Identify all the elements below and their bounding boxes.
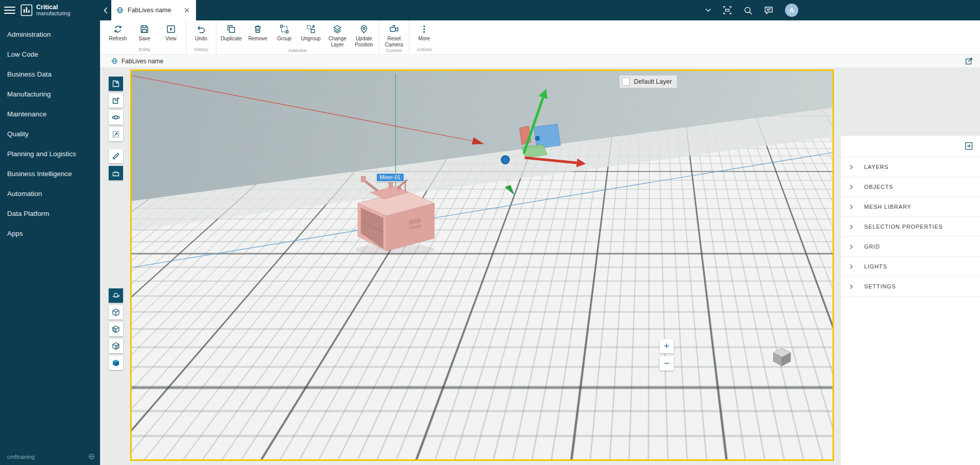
avatar[interactable]: A: [785, 4, 798, 17]
brand-subtitle: manufacturing: [36, 11, 70, 16]
mixer-model[interactable]: [355, 176, 435, 255]
update-position-icon: [359, 24, 369, 34]
change-layer-icon: [332, 24, 342, 34]
equipment-tool-button[interactable]: [109, 166, 123, 180]
caret-down-icon: [705, 8, 711, 12]
minus-icon: −: [664, 358, 669, 369]
toolbar-group-custom: Reset Camera Custom: [379, 20, 409, 54]
collapse-panel-button[interactable]: [965, 142, 973, 150]
menu-icon[interactable]: [4, 5, 15, 16]
panel-section-label: MESH LIBRARY: [864, 204, 912, 210]
main-area: Mixer-01 Default Layer + −: [100, 68, 980, 465]
sidebar-header: Critical manufacturing: [0, 0, 100, 20]
panel-section-mesh-library[interactable]: MESH LIBRARY: [841, 197, 980, 217]
group-icon: [279, 24, 289, 34]
transform-gizmo[interactable]: [501, 89, 586, 167]
panel-section-objects[interactable]: OBJECTS: [841, 177, 980, 197]
sidebar-item-apps[interactable]: Apps: [0, 224, 100, 243]
view-front-tool-button[interactable]: [109, 322, 123, 336]
globe-small-icon[interactable]: [88, 453, 95, 460]
chevron-right-icon: [849, 284, 853, 289]
default-layer-checkbox[interactable]: [622, 78, 630, 86]
view-button[interactable]: View: [158, 20, 184, 46]
panel-section-label: OBJECTS: [864, 184, 893, 190]
caret-down-button[interactable]: [705, 8, 711, 12]
toolbar-group-entity: Refresh Save View Entity: [103, 20, 186, 54]
change-layer-button[interactable]: Change Layer: [324, 20, 351, 47]
sidebar-item-data-platform[interactable]: Data Platform: [0, 204, 100, 224]
sidebar-item-quality[interactable]: Quality: [0, 124, 100, 144]
ungroup-icon: [306, 24, 316, 34]
view-iso-tool-button[interactable]: [109, 356, 123, 370]
globe-icon: [111, 58, 118, 64]
sidebar-item-business-intelligence[interactable]: Business Intelligence: [0, 164, 100, 184]
transform-tool-button[interactable]: [109, 127, 123, 141]
undo-icon: [196, 24, 206, 34]
axis-z-line: [132, 153, 832, 267]
group-button[interactable]: Group: [271, 20, 298, 47]
view-side-icon: [112, 342, 120, 350]
gizmo-center-handle[interactable]: [501, 156, 509, 164]
search-button[interactable]: [744, 6, 752, 15]
measure-tool-button[interactable]: [109, 149, 123, 163]
refresh-button[interactable]: Refresh: [105, 20, 131, 46]
right-panel-header: [841, 136, 980, 157]
sidebar-item-automation[interactable]: Automation: [0, 184, 100, 204]
more-button[interactable]: More: [411, 20, 437, 46]
floorplan-icon: [112, 80, 120, 88]
chat-button[interactable]: [764, 6, 773, 15]
remove-button[interactable]: Remove: [244, 20, 271, 47]
chevron-left-icon: [104, 7, 108, 14]
ungroup-button[interactable]: Ungroup: [298, 20, 324, 47]
add-floorplan-tool-button[interactable]: [109, 93, 123, 108]
sidebar-item-manufacturing[interactable]: Manufacturing: [0, 84, 100, 104]
reset-camera-button[interactable]: Reset Camera: [381, 20, 407, 47]
chevron-right-icon: [849, 244, 853, 250]
tab-fablives[interactable]: FabLives name: [111, 0, 196, 20]
sidebar-item-planning-and-logistics[interactable]: Planning and Logistics: [0, 144, 100, 164]
tab-back-button[interactable]: [100, 0, 111, 20]
toolbar-group-actions: More Actions: [409, 20, 439, 54]
undo-button[interactable]: Undo: [188, 20, 214, 46]
save-icon: [139, 24, 150, 34]
close-icon: [184, 8, 189, 13]
floorplan-tool-button[interactable]: [109, 77, 123, 91]
panel-section-selection-properties[interactable]: SELECTION PROPERTIES: [841, 217, 980, 237]
save-button[interactable]: Save: [131, 20, 158, 46]
panel-section-settings[interactable]: SETTINGS: [841, 277, 980, 297]
toolbar-group-label-custom: Custom: [381, 47, 407, 55]
scene-3d[interactable]: Mixer-01 Default Layer + −: [132, 71, 832, 459]
view-side-tool-button[interactable]: [109, 339, 123, 353]
rotate-view-tool-button[interactable]: [109, 288, 123, 303]
measure-icon: [112, 152, 120, 160]
sidebar-item-maintenance[interactable]: Maintenance: [0, 104, 100, 124]
search-icon: [744, 6, 752, 15]
panel-section-lights[interactable]: LIGHTS: [841, 257, 980, 277]
orbit-object-tool-button[interactable]: [109, 110, 123, 125]
axis-x-line: [132, 76, 473, 141]
sidebar-item-low-code[interactable]: Low Code: [0, 44, 100, 64]
viewfinder-button[interactable]: [723, 6, 732, 15]
duplicate-button[interactable]: Duplicate: [218, 20, 244, 47]
gizmo-plane-handle-dot[interactable]: [535, 136, 540, 141]
panel-section-layers[interactable]: LAYERS: [841, 157, 980, 177]
username-label: cmftraining: [7, 454, 35, 460]
viewport-frame: Mixer-01 Default Layer + −: [130, 69, 834, 461]
save-label: Save: [132, 36, 157, 42]
sidebar-item-business-data[interactable]: Business Data: [0, 64, 100, 84]
view-cube[interactable]: [772, 347, 792, 367]
view-top-icon: [112, 308, 120, 316]
zoom-in-button[interactable]: +: [659, 339, 674, 353]
gizmo-arrow-right[interactable]: [525, 158, 577, 163]
view-top-tool-button[interactable]: [109, 305, 123, 320]
breadcrumb-title: FabLives name: [121, 58, 163, 65]
sidebar-item-administration[interactable]: Administration: [0, 25, 100, 44]
update-position-button[interactable]: Update Position: [351, 20, 377, 47]
tab-close-button[interactable]: [183, 6, 191, 14]
chevron-right-icon: [849, 184, 853, 190]
expand-panel-button[interactable]: [965, 57, 973, 65]
panel-section-label: SELECTION PROPERTIES: [864, 224, 943, 230]
panel-section-grid[interactable]: GRID: [841, 237, 980, 257]
zoom-out-button[interactable]: −: [659, 356, 674, 371]
duplicate-icon: [226, 24, 236, 34]
